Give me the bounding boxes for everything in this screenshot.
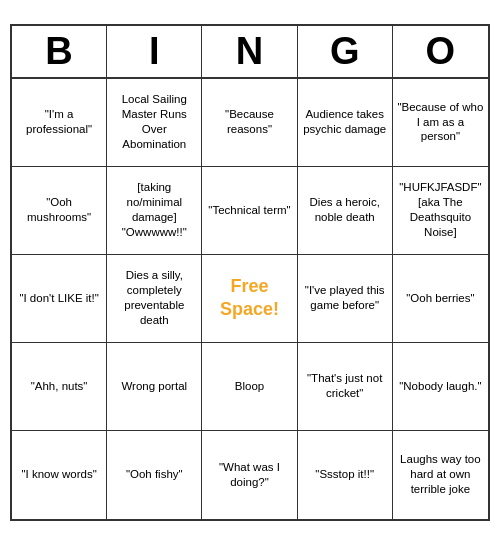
header-letter-i: I <box>107 26 202 77</box>
bingo-cell-text-3: Audience takes psychic damage <box>302 107 388 137</box>
bingo-cell-text-0: "I'm a professional" <box>16 107 102 137</box>
bingo-card: BINGO "I'm a professional"Local Sailing … <box>10 24 490 521</box>
bingo-cell-5[interactable]: "Ooh mushrooms" <box>12 167 107 255</box>
bingo-cell-17[interactable]: Bloop <box>202 343 297 431</box>
bingo-cell-14[interactable]: "Ooh berries" <box>393 255 488 343</box>
bingo-cell-8[interactable]: Dies a heroic, noble death <box>298 167 393 255</box>
bingo-cell-text-11: Dies a silly, completely preventable dea… <box>111 268 197 328</box>
bingo-cell-text-14: "Ooh berries" <box>406 291 474 306</box>
bingo-cell-text-5: "Ooh mushrooms" <box>16 195 102 225</box>
bingo-cell-text-1: Local Sailing Master Runs Over Abominati… <box>111 92 197 152</box>
bingo-cell-6[interactable]: [taking no/minimal damage] "Owwwww!!" <box>107 167 202 255</box>
bingo-cell-text-7: "Technical term" <box>208 203 290 218</box>
bingo-cell-text-20: "I know words" <box>21 467 96 482</box>
bingo-cell-12[interactable]: Free Space! <box>202 255 297 343</box>
bingo-cell-2[interactable]: "Because reasons" <box>202 79 297 167</box>
bingo-cell-text-24: Laughs way too hard at own terrible joke <box>397 452 484 497</box>
header-letter-b: B <box>12 26 107 77</box>
bingo-cell-11[interactable]: Dies a silly, completely preventable dea… <box>107 255 202 343</box>
bingo-grid: "I'm a professional"Local Sailing Master… <box>12 79 488 519</box>
bingo-cell-text-8: Dies a heroic, noble death <box>302 195 388 225</box>
bingo-cell-20[interactable]: "I know words" <box>12 431 107 519</box>
bingo-cell-10[interactable]: "I don't LIKE it!" <box>12 255 107 343</box>
bingo-cell-text-13: "I've played this game before" <box>302 283 388 313</box>
bingo-cell-0[interactable]: "I'm a professional" <box>12 79 107 167</box>
bingo-cell-13[interactable]: "I've played this game before" <box>298 255 393 343</box>
bingo-cell-text-22: "What was I doing?" <box>206 460 292 490</box>
bingo-cell-text-17: Bloop <box>235 379 264 394</box>
bingo-cell-19[interactable]: "Nobody laugh." <box>393 343 488 431</box>
bingo-cell-22[interactable]: "What was I doing?" <box>202 431 297 519</box>
bingo-cell-21[interactable]: "Ooh fishy" <box>107 431 202 519</box>
bingo-cell-18[interactable]: "That's just not cricket" <box>298 343 393 431</box>
bingo-cell-1[interactable]: Local Sailing Master Runs Over Abominati… <box>107 79 202 167</box>
bingo-cell-text-6: [taking no/minimal damage] "Owwwww!!" <box>111 180 197 240</box>
bingo-header: BINGO <box>12 26 488 79</box>
bingo-cell-15[interactable]: "Ahh, nuts" <box>12 343 107 431</box>
bingo-cell-text-9: "HUFKJFASDF" [aka The Deathsquito Noise] <box>397 180 484 240</box>
bingo-cell-text-23: "Ssstop it!!" <box>315 467 374 482</box>
bingo-cell-text-12: Free Space! <box>206 275 292 322</box>
bingo-cell-text-16: Wrong portal <box>121 379 187 394</box>
bingo-cell-text-21: "Ooh fishy" <box>126 467 183 482</box>
header-letter-n: N <box>202 26 297 77</box>
bingo-cell-text-19: "Nobody laugh." <box>399 379 481 394</box>
bingo-cell-9[interactable]: "HUFKJFASDF" [aka The Deathsquito Noise] <box>393 167 488 255</box>
bingo-cell-3[interactable]: Audience takes psychic damage <box>298 79 393 167</box>
bingo-cell-text-4: "Because of who I am as a person" <box>397 100 484 145</box>
header-letter-o: O <box>393 26 488 77</box>
bingo-cell-4[interactable]: "Because of who I am as a person" <box>393 79 488 167</box>
bingo-cell-text-18: "That's just not cricket" <box>302 371 388 401</box>
bingo-cell-23[interactable]: "Ssstop it!!" <box>298 431 393 519</box>
bingo-cell-16[interactable]: Wrong portal <box>107 343 202 431</box>
header-letter-g: G <box>298 26 393 77</box>
bingo-cell-text-2: "Because reasons" <box>206 107 292 137</box>
bingo-cell-24[interactable]: Laughs way too hard at own terrible joke <box>393 431 488 519</box>
bingo-cell-text-10: "I don't LIKE it!" <box>19 291 98 306</box>
bingo-cell-7[interactable]: "Technical term" <box>202 167 297 255</box>
bingo-cell-text-15: "Ahh, nuts" <box>31 379 88 394</box>
